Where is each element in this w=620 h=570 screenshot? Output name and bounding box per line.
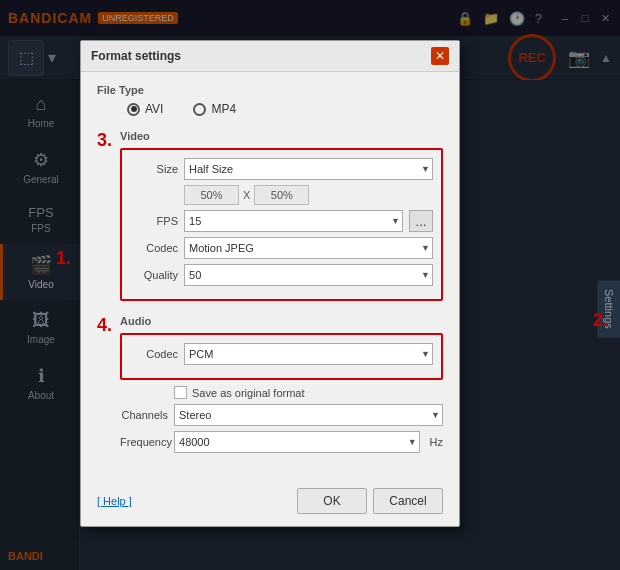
size-label: Size	[130, 163, 178, 175]
audio-codec-select-wrapper: PCM AAC MP3 ▼	[184, 343, 433, 365]
size-row: Size Half Size Full Size Custom ▼	[130, 158, 433, 180]
dialog-title: Format settings	[91, 49, 181, 63]
avi-radio[interactable]: AVI	[127, 102, 163, 116]
quality-select[interactable]: 50 60 70 80	[184, 264, 433, 286]
quality-row: Quality 50 60 70 80 ▼	[130, 264, 433, 286]
save-original-row: Save as original format	[174, 386, 443, 399]
audio-box: Codec PCM AAC MP3 ▼	[120, 333, 443, 380]
channels-label: Channels	[120, 409, 168, 421]
filetype-row: AVI MP4	[97, 102, 443, 116]
quality-label: Quality	[130, 269, 178, 281]
frequency-select[interactable]: 48000 44100 22050	[174, 431, 420, 453]
mp4-radio-circle	[193, 103, 206, 116]
fps-select-wrapper: 15 24 30 60 ▼	[184, 210, 403, 232]
mp4-label: MP4	[211, 102, 236, 116]
video-box: Size Half Size Full Size Custom ▼	[120, 148, 443, 301]
dialog-body: File Type AVI MP4 3. Video	[81, 72, 459, 480]
size-select[interactable]: Half Size Full Size Custom	[184, 158, 433, 180]
file-type-label: File Type	[97, 84, 443, 96]
percent-x-label: X	[243, 189, 250, 201]
num-label-1-sidebar: 1.	[56, 248, 71, 269]
channels-row: Channels Stereo Mono ▼	[120, 404, 443, 426]
frequency-label: Frequency	[120, 436, 168, 448]
avi-label: AVI	[145, 102, 163, 116]
audio-codec-select[interactable]: PCM AAC MP3	[184, 343, 433, 365]
video-section-label: Video	[120, 130, 443, 142]
audio-section: 4. Audio Codec PCM AAC	[97, 315, 443, 458]
save-original-checkbox[interactable]	[174, 386, 187, 399]
format-settings-dialog: Format settings ✕ File Type AVI MP4 3.	[80, 40, 460, 527]
percent-x-input[interactable]	[184, 185, 239, 205]
audio-codec-row: Codec PCM AAC MP3 ▼	[130, 343, 433, 365]
codec-label: Codec	[130, 242, 178, 254]
audio-num-label: 4.	[97, 315, 112, 336]
fps-ellipsis-button[interactable]: ...	[409, 210, 433, 232]
audio-section-label: Audio	[120, 315, 443, 327]
help-link[interactable]: [ Help ]	[97, 495, 132, 507]
fps-label: FPS	[130, 215, 178, 227]
num-label-2: 2.	[593, 310, 608, 331]
mp4-radio[interactable]: MP4	[193, 102, 236, 116]
percent-row: X	[184, 185, 433, 205]
codec-select[interactable]: Motion JPEG Xvid x264	[184, 237, 433, 259]
fps-row: FPS 15 24 30 60 ▼	[130, 210, 433, 232]
audio-codec-label: Codec	[130, 348, 178, 360]
dialog-close-button[interactable]: ✕	[431, 47, 449, 65]
ok-button[interactable]: OK	[297, 488, 367, 514]
avi-radio-circle	[127, 103, 140, 116]
codec-row: Codec Motion JPEG Xvid x264 ▼	[130, 237, 433, 259]
cancel-button[interactable]: Cancel	[373, 488, 443, 514]
save-original-label: Save as original format	[192, 387, 305, 399]
fps-select[interactable]: 15 24 30 60	[184, 210, 403, 232]
channels-select[interactable]: Stereo Mono	[174, 404, 443, 426]
quality-select-wrapper: 50 60 70 80 ▼	[184, 264, 433, 286]
hz-label: Hz	[430, 436, 443, 448]
frequency-select-wrapper: 48000 44100 22050 ▼	[174, 431, 420, 453]
percent-y-input[interactable]	[254, 185, 309, 205]
dialog-titlebar: Format settings ✕	[81, 41, 459, 72]
dialog-footer: [ Help ] OK Cancel	[81, 480, 459, 526]
size-select-wrapper: Half Size Full Size Custom ▼	[184, 158, 433, 180]
app-window: BANDICAM UNREGISTERED 🔒 📁 🕐 ? – □ ✕ ⬚ ▾ …	[0, 0, 620, 570]
video-num-label: 3.	[97, 130, 112, 151]
frequency-row: Frequency 48000 44100 22050 ▼ Hz	[120, 431, 443, 453]
channels-select-wrapper: Stereo Mono ▼	[174, 404, 443, 426]
video-section: 3. Video Size Half Size Full Size	[97, 130, 443, 301]
codec-select-wrapper: Motion JPEG Xvid x264 ▼	[184, 237, 433, 259]
